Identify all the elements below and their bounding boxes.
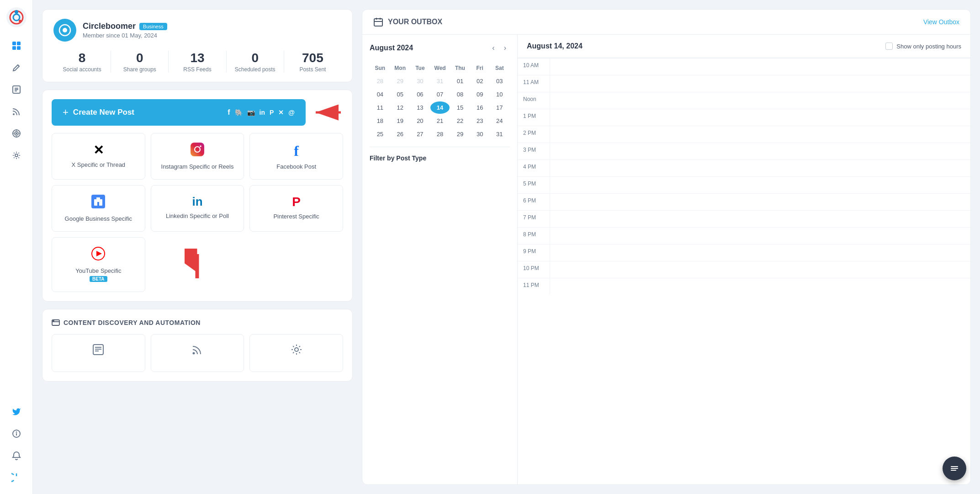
calendar-next-button[interactable]: ›	[500, 42, 510, 54]
content-news-card[interactable]	[52, 334, 145, 372]
time-content-5pm	[550, 177, 970, 193]
sidebar-item-dashboard[interactable]	[7, 37, 26, 55]
cal-day[interactable]: 29	[391, 75, 410, 87]
cal-day[interactable]: 28	[430, 128, 450, 140]
svg-point-16	[16, 133, 17, 134]
cal-day[interactable]: 07	[430, 88, 450, 101]
cal-day[interactable]: 20	[411, 115, 429, 127]
content-discovery-grid	[52, 334, 343, 372]
cal-day[interactable]: 05	[391, 88, 410, 101]
create-new-post-button[interactable]: + Create New Post f 🐘 📷 in P ✕ @	[52, 99, 306, 126]
cal-day[interactable]: 18	[371, 115, 390, 127]
cal-day[interactable]: 06	[411, 88, 429, 101]
cal-day[interactable]: 30	[411, 75, 429, 87]
left-panel: Circleboomer Business Member since 01 Ma…	[42, 9, 353, 485]
cal-day[interactable]: 30	[471, 128, 489, 140]
create-post-section: + Create New Post f 🐘 📷 in P ✕ @	[42, 90, 353, 302]
create-post-label: Create New Post	[73, 108, 134, 117]
time-content-2pm	[550, 126, 970, 143]
post-type-x-specific[interactable]: ✕ X Specific or Thread	[52, 133, 145, 180]
sidebar-item-targeting[interactable]	[7, 124, 26, 143]
time-content-6pm	[550, 194, 970, 210]
sidebar-item-content[interactable]	[7, 80, 26, 99]
content-automation-card[interactable]	[249, 334, 343, 372]
view-outbox-link[interactable]: View Outbox	[923, 18, 959, 26]
cal-day[interactable]: 04	[371, 88, 390, 101]
time-slot-2pm: 2 PM	[518, 126, 970, 143]
post-type-linkedin[interactable]: in Linkedin Specific or Poll	[151, 185, 244, 232]
sidebar-item-settings[interactable]	[7, 146, 26, 165]
calendar-prev-button[interactable]: ‹	[488, 42, 498, 54]
time-content-4pm	[550, 160, 970, 176]
time-slot-3pm: 3 PM	[518, 143, 970, 159]
time-label-8pm: 8 PM	[518, 228, 550, 241]
time-panel: August 14, 2024 Show only posting hours …	[518, 35, 970, 484]
cal-day[interactable]: 12	[391, 101, 410, 114]
sidebar-item-rss[interactable]	[7, 102, 26, 121]
cal-day[interactable]: 24	[490, 115, 509, 127]
post-type-google-business[interactable]: Google Business Specific	[52, 185, 145, 232]
cal-day[interactable]: 19	[391, 115, 410, 127]
sidebar-logo[interactable]	[6, 7, 26, 29]
post-type-facebook[interactable]: f Facebook Post	[249, 133, 343, 180]
cal-day[interactable]: 25	[371, 128, 390, 140]
cal-day[interactable]: 03	[490, 75, 509, 87]
cal-day[interactable]: 22	[450, 115, 470, 127]
time-content-1pm	[550, 109, 970, 126]
time-content-3pm	[550, 143, 970, 159]
sidebar-item-notifications[interactable]	[7, 446, 26, 465]
cal-day[interactable]: 27	[411, 128, 429, 140]
cal-day[interactable]: 31	[490, 128, 509, 140]
post-type-arrow-up[interactable]	[151, 237, 244, 292]
post-type-youtube[interactable]: YouTube Specific BETA	[52, 237, 145, 292]
cal-day[interactable]: 29	[450, 128, 470, 140]
sidebar-item-twitter[interactable]	[7, 403, 26, 421]
show-posting-hours-toggle[interactable]: Show only posting hours	[885, 42, 961, 50]
profile-card: Circleboomer Business Member since 01 Ma…	[42, 9, 353, 82]
sidebar-item-power[interactable]	[7, 468, 26, 487]
cal-day[interactable]: 02	[471, 75, 489, 87]
cal-header-tue: Tue	[411, 62, 429, 74]
calendar-nav: August 2024 ‹ ›	[370, 42, 510, 54]
cal-day[interactable]: 01	[450, 75, 470, 87]
sidebar-item-compose[interactable]	[7, 58, 26, 77]
plus-icon: +	[63, 106, 69, 118]
cal-day[interactable]: 10	[490, 88, 509, 101]
cal-day[interactable]: 15	[450, 101, 470, 114]
stat-label-rss: RSS Feeds	[169, 66, 226, 73]
cal-day[interactable]: 17	[490, 101, 509, 114]
svg-point-13	[13, 113, 15, 115]
rss-icon	[157, 344, 238, 359]
cal-day[interactable]: 21	[430, 115, 450, 127]
linkedin-icon-sm: in	[260, 109, 265, 116]
mastodon-icon-sm: 🐘	[235, 109, 243, 116]
pinterest-label: Pinterest Specific	[255, 213, 337, 220]
show-posting-hours-checkbox[interactable]	[885, 42, 893, 50]
calendar-month: August 2024	[370, 44, 413, 52]
time-slot-6pm: 6 PM	[518, 193, 970, 210]
cal-day[interactable]: 08	[450, 88, 470, 101]
stat-label-share: Share groups	[111, 66, 168, 73]
cal-day[interactable]: 16	[471, 101, 489, 114]
stat-label-social: Social accounts	[53, 66, 111, 73]
cal-day[interactable]: 11	[371, 101, 390, 114]
cal-day[interactable]: 23	[471, 115, 489, 127]
stat-label-sent: Posts Sent	[284, 66, 341, 73]
chat-button[interactable]	[943, 457, 966, 480]
cal-day[interactable]: 13	[411, 101, 429, 114]
cal-day[interactable]: 28	[371, 75, 390, 87]
time-label-3pm: 3 PM	[518, 143, 550, 157]
sidebar-item-info[interactable]	[7, 425, 26, 443]
sidebar	[0, 0, 33, 494]
content-rss-card[interactable]	[151, 334, 244, 372]
cal-day[interactable]: 26	[391, 128, 410, 140]
cal-day[interactable]: 09	[471, 88, 489, 101]
post-type-instagram[interactable]: Instagram Specific or Reels	[151, 133, 244, 180]
facebook-icon: f	[255, 143, 337, 159]
post-type-pinterest[interactable]: P Pinterest Specific	[249, 185, 343, 232]
main-content: Circleboomer Business Member since 01 Ma…	[33, 0, 980, 494]
svg-point-3	[15, 10, 18, 14]
cal-day[interactable]: 31	[430, 75, 450, 87]
filter-by-post-type-label: Filter by Post Type	[370, 154, 510, 162]
cal-day-today[interactable]: 14	[430, 101, 450, 114]
